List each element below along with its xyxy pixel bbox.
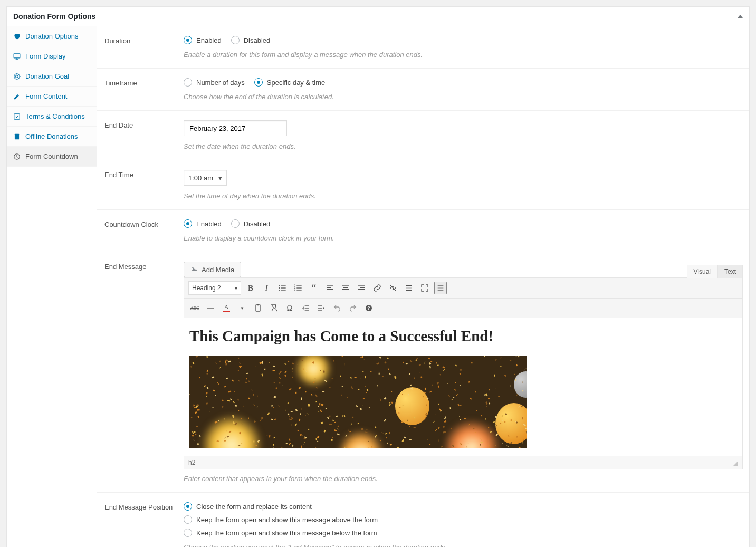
sidebar-item-form-content[interactable]: Form Content [7,87,97,107]
svg-rect-18 [296,290,301,290]
timeframe-days-radio[interactable]: Number of days [184,78,245,87]
text-color-button[interactable]: A [220,302,233,314]
redo-button[interactable] [347,302,359,314]
end-time-select[interactable]: 1:00 am [184,170,227,186]
sidebar-item-label: Form Display [25,52,66,60]
svg-rect-35 [207,308,214,308]
clock-icon [13,153,21,160]
italic-button[interactable]: I [260,282,273,294]
donation-form-options-metabox: Donation Form Options Donation Options F… [6,6,750,547]
svg-rect-16 [296,285,301,286]
text-color-picker[interactable]: ▼ [236,302,248,314]
svg-rect-20 [327,287,331,288]
svg-rect-21 [327,289,333,290]
svg-rect-29 [406,287,412,288]
sidebar-item-terms-conditions[interactable]: Terms & Conditions [7,107,97,127]
sidebar-item-donation-goal[interactable]: Donation Goal [7,66,97,87]
link-button[interactable] [371,282,384,294]
unlink-button[interactable] [387,282,399,294]
blockquote-button[interactable]: “ [308,282,320,294]
end-time-label: End Time [104,170,184,200]
panel-title: Donation Form Options [13,12,95,21]
svg-rect-41 [318,305,322,306]
position-below-radio[interactable]: Keep the form open and show this message… [184,529,743,537]
countdown-hint: Enable to display a countdown clock in y… [184,234,743,242]
sidebar-item-offline-donations[interactable]: Offline Donations [7,127,97,147]
duration-enabled-radio[interactable]: Enabled [184,36,222,44]
editor-image[interactable]: // sprinkle confetti specks document.add… [189,356,527,448]
position-above-radio[interactable]: Keep the form open and show this message… [184,515,743,524]
align-left-button[interactable] [323,282,336,294]
bold-button[interactable]: B [244,282,257,294]
numbered-list-button[interactable]: 123 [292,282,304,294]
media-icon [190,266,198,274]
countdown-label: Countdown Clock [104,219,184,242]
sidebar-item-form-countdown[interactable]: Form Countdown [7,147,97,167]
hr-button[interactable] [204,302,217,314]
readmore-button[interactable] [403,282,415,294]
fullscreen-button[interactable] [418,282,431,294]
position-label: End Message Position [104,502,184,547]
sidebar-item-label: Donation Options [25,32,78,40]
svg-rect-24 [342,289,349,290]
undo-button[interactable] [331,302,343,314]
svg-rect-37 [257,304,259,306]
timeframe-hint: Choose how the end of the duration is ca… [184,93,743,101]
svg-rect-11 [281,287,285,288]
svg-rect-19 [327,285,333,286]
timeframe-specific-radio[interactable]: Specific day & time [254,78,326,87]
svg-rect-36 [256,305,260,311]
svg-rect-34 [438,290,444,290]
svg-point-2 [16,75,18,78]
position-close-radio[interactable]: Close the form and replace its content [184,502,743,511]
sidebar-item-label: Form Countdown [25,152,78,160]
timeframe-label: Timeframe [104,78,184,101]
align-center-button[interactable] [339,282,352,294]
collapse-toggle[interactable] [738,15,743,18]
clear-formatting-button[interactable] [267,302,280,314]
special-char-button[interactable]: Ω [283,302,296,314]
resize-handle[interactable] [733,461,738,466]
toolbar-toggle-button[interactable] [434,282,447,294]
end-message-label: End Message [104,262,184,483]
tab-text[interactable]: Text [717,265,743,278]
editor-canvas[interactable]: This Campaign has Come to a Successful E… [184,318,742,456]
svg-rect-26 [360,287,365,288]
sidebar-item-form-display[interactable]: Form Display [7,46,97,66]
sidebar-item-label: Terms & Conditions [25,112,85,120]
svg-text:3: 3 [294,289,296,291]
strikethrough-button[interactable]: ABC [188,302,201,314]
format-select[interactable]: Heading 2 [188,281,241,295]
svg-rect-3 [14,113,20,119]
countdown-enabled-radio[interactable]: Enabled [184,219,222,228]
indent-button[interactable] [315,302,328,314]
svg-rect-42 [318,308,322,308]
end-date-input[interactable] [184,120,287,136]
align-right-button[interactable] [355,282,368,294]
add-media-button[interactable]: Add Media [184,262,241,277]
page-icon [13,133,21,140]
countdown-disabled-radio[interactable]: Disabled [231,219,271,228]
svg-rect-32 [438,287,444,287]
svg-rect-40 [305,310,309,310]
svg-rect-38 [305,305,309,306]
duration-disabled-radio[interactable]: Disabled [231,36,271,44]
outdent-button[interactable] [299,302,312,314]
svg-point-7 [279,285,280,286]
duration-hint: Enable a duration for this form and disp… [184,51,743,59]
svg-rect-12 [281,290,285,290]
monitor-icon [13,53,21,60]
sidebar-item-label: Form Content [25,92,67,100]
paste-text-button[interactable] [252,302,264,314]
sidebar-item-label: Offline Donations [25,132,78,140]
svg-rect-23 [343,287,348,288]
svg-rect-4 [15,133,19,139]
bullet-list-button[interactable] [276,282,289,294]
target-icon [13,73,21,80]
tab-visual[interactable]: Visual [687,265,717,278]
sidebar-item-donation-options[interactable]: Donation Options [7,26,97,46]
settings-sidebar: Donation Options Form Display Donation G… [7,26,97,547]
svg-point-8 [279,287,280,289]
help-button[interactable]: ? [362,302,375,314]
svg-rect-22 [342,285,349,286]
